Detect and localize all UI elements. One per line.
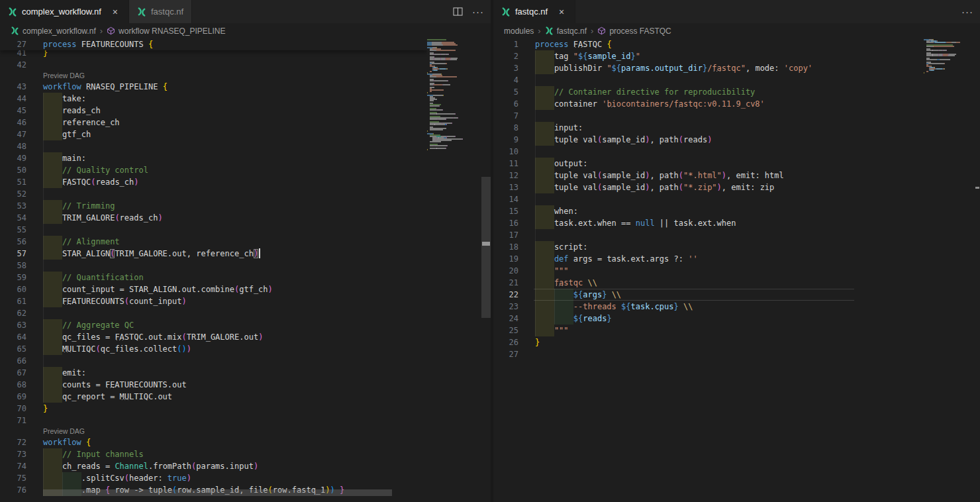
sticky-scroll-line[interactable]: 27process FEATURECOUNTS { — [0, 38, 427, 50]
code-line-23[interactable]: 23--threads ${task.cpus} \\ — [493, 301, 980, 313]
breadcrumb-item-modules[interactable]: modules — [504, 26, 534, 36]
code-line-58[interactable]: 58 — [0, 260, 491, 272]
editor-left[interactable]: 40"""41}42Preview DAG43workflow RNASEQ_P… — [0, 38, 491, 502]
indent-highlight — [43, 391, 62, 403]
code-line-22[interactable]: 22${args} \\ — [493, 289, 980, 301]
code-line-43[interactable]: 43workflow RNASEQ_PIPELINE { — [0, 81, 491, 93]
code-token: ) — [717, 183, 722, 192]
code-token: } — [631, 52, 636, 61]
codelens-preview-dag[interactable]: Preview DAG — [43, 72, 85, 79]
code-line-55[interactable]: 55 — [0, 224, 491, 236]
code-line-27[interactable]: 27 — [493, 348, 980, 360]
code-line-6[interactable]: 6container 'biocontainers/fastqc:v0.11.9… — [493, 98, 980, 110]
code-line-57[interactable]: 57STAR_ALIGN(TRIM_GALORE.out, reference_… — [0, 248, 491, 260]
code-line-73[interactable]: 73// Input channels — [0, 448, 491, 460]
code-line-4[interactable]: 4 — [493, 74, 980, 86]
code-lines-left[interactable]: 40"""41}42Preview DAG43workflow RNASEQ_P… — [0, 38, 491, 502]
tab-fastqc-nf[interactable]: fastqc.nf× — [493, 0, 575, 23]
code-line-9[interactable]: 9tuple val(sample_id), path(reads) — [493, 134, 980, 146]
code-lines-right[interactable]: 1process FASTQC {2tag "${sample_id}"3pub… — [493, 38, 980, 502]
indent-highlight — [535, 205, 554, 217]
split-editor-icon[interactable] — [453, 7, 463, 16]
code-line-1[interactable]: 1process FASTQC { — [493, 38, 980, 50]
code-line-71[interactable]: 71 — [0, 415, 491, 427]
code-line-75[interactable]: 75.splitCsv(header: true) — [0, 472, 491, 484]
code-line-47[interactable]: 47gtf_ch — [0, 128, 491, 140]
minimap-right[interactable] — [924, 38, 973, 502]
code-line-7[interactable]: 7 — [493, 110, 980, 122]
indent-highlight — [535, 217, 554, 229]
vertical-scrollbar-left[interactable] — [481, 38, 491, 502]
code-line-63[interactable]: 63// Aggregate QC — [0, 319, 491, 331]
code-line-60[interactable]: 60count_input = STAR_ALIGN.out.combine(g… — [0, 283, 491, 295]
tab-fastqc-nf[interactable]: fastqc.nf — [129, 0, 192, 23]
code-line-26[interactable]: 26} — [493, 336, 980, 348]
code-line-59[interactable]: 59// Quantification — [0, 272, 491, 283]
code-line-49[interactable]: 49main: — [0, 152, 491, 164]
code-line-42[interactable]: 42 — [0, 59, 491, 71]
breadcrumb-item-fastqc-nf[interactable]: fastqc.nf — [545, 26, 587, 36]
code-line-45[interactable]: 45reads_ch — [0, 105, 491, 117]
scrollbar-slider[interactable] — [481, 177, 491, 318]
horizontal-scrollbar[interactable] — [43, 489, 392, 496]
more-actions-icon[interactable]: ··· — [961, 6, 973, 17]
code-line-52[interactable]: 52 — [0, 188, 491, 200]
code-line-56[interactable]: 56// Alignment — [0, 236, 491, 248]
code-line-13[interactable]: 13tuple val(sample_id), path("*.zip"), e… — [493, 181, 980, 193]
code-line-12[interactable]: 12tuple val(sample_id), path("*.html"), … — [493, 170, 980, 181]
code-line-21[interactable]: 21fastqc \\ — [493, 277, 980, 289]
code-line-48[interactable]: 48 — [0, 140, 491, 152]
code-line-50[interactable]: 50// Quality control — [0, 164, 491, 176]
code-line-11[interactable]: 11output: — [493, 158, 980, 170]
line-number: 7 — [493, 110, 518, 122]
more-actions-icon[interactable]: ··· — [472, 6, 484, 17]
line-number: 18 — [493, 241, 518, 253]
code-line-2[interactable]: 2tag "${sample_id}" — [493, 50, 980, 62]
code-line-25[interactable]: 25""" — [493, 325, 980, 336]
code-line-53[interactable]: 53// Trimming — [0, 200, 491, 212]
code-line-64[interactable]: 64qc_files = FASTQC.out.mix(TRIM_GALORE.… — [0, 331, 491, 343]
code-line-16[interactable]: 16task.ext.when == null || task.ext.when — [493, 217, 980, 229]
tab-close-icon[interactable]: × — [110, 7, 121, 17]
tab-close-icon[interactable]: × — [556, 7, 567, 17]
code-line-62[interactable]: 62 — [0, 307, 491, 319]
code-line-51[interactable]: 51FASTQC(reads_ch) — [0, 176, 491, 188]
code-token: ${ — [573, 290, 583, 299]
minimap-left[interactable] — [427, 38, 483, 502]
line-number: 26 — [493, 336, 518, 348]
code-line-17[interactable]: 17 — [493, 229, 980, 241]
code-line-19[interactable]: 19def args = task.ext.args ?: '' — [493, 253, 980, 265]
code-line-18[interactable]: 18script: — [493, 241, 980, 253]
code-line-8[interactable]: 8input: — [493, 122, 980, 134]
code-line-69[interactable]: 69qc_report = MULTIQC.out — [0, 391, 491, 403]
code-line-10[interactable]: 10 — [493, 146, 980, 158]
code-line-5[interactable]: 5// Container directive for reproducibil… — [493, 86, 980, 98]
code-token: ${ — [573, 314, 583, 323]
breadcrumb-item-process-FASTQC[interactable]: process FASTQC — [597, 26, 671, 36]
code-line-46[interactable]: 46reference_ch — [0, 117, 491, 128]
code-token: """ — [554, 266, 569, 276]
code-line-70[interactable]: 70} — [0, 403, 491, 415]
code-line-65[interactable]: 65MULTIQC(qc_files.collect()) — [0, 343, 491, 355]
code-line-54[interactable]: 54TRIM_GALORE(reads_ch) — [0, 212, 491, 224]
codelens-preview-dag[interactable]: Preview DAG — [43, 427, 85, 435]
editor-right[interactable]: 1process FASTQC {2tag "${sample_id}"3pub… — [493, 38, 980, 502]
code-line-72[interactable]: 72workflow { — [0, 436, 491, 448]
code-line-66[interactable]: 66 — [0, 355, 491, 367]
vertical-scrollbar-right[interactable] — [975, 38, 980, 502]
code-line-3[interactable]: 3publishDir "${params.output_dir}/fastqc… — [493, 62, 980, 74]
breadcrumb-item-complex_workflow-nf[interactable]: complex_workflow.nf — [11, 26, 96, 36]
nextflow-logo-icon — [501, 7, 511, 17]
code-line-67[interactable]: 67emit: — [0, 367, 491, 379]
indent-highlight — [535, 325, 554, 336]
code-line-61[interactable]: 61FEATURECOUNTS(count_input) — [0, 295, 491, 307]
code-line-74[interactable]: 74ch_reads = Channel.fromPath(params.inp… — [0, 460, 491, 472]
code-line-14[interactable]: 14 — [493, 193, 980, 205]
code-line-24[interactable]: 24${reads} — [493, 313, 980, 325]
breadcrumb-item-workflow-RNASEQ_PIPELINE[interactable]: workflow RNASEQ_PIPELINE — [107, 26, 225, 36]
tab-complex_workflow-nf[interactable]: complex_workflow.nf× — [0, 0, 129, 23]
code-line-20[interactable]: 20""" — [493, 265, 980, 277]
code-line-68[interactable]: 68counts = FEATURECOUNTS.out — [0, 379, 491, 391]
code-line-44[interactable]: 44take: — [0, 93, 491, 105]
code-line-15[interactable]: 15when: — [493, 205, 980, 217]
